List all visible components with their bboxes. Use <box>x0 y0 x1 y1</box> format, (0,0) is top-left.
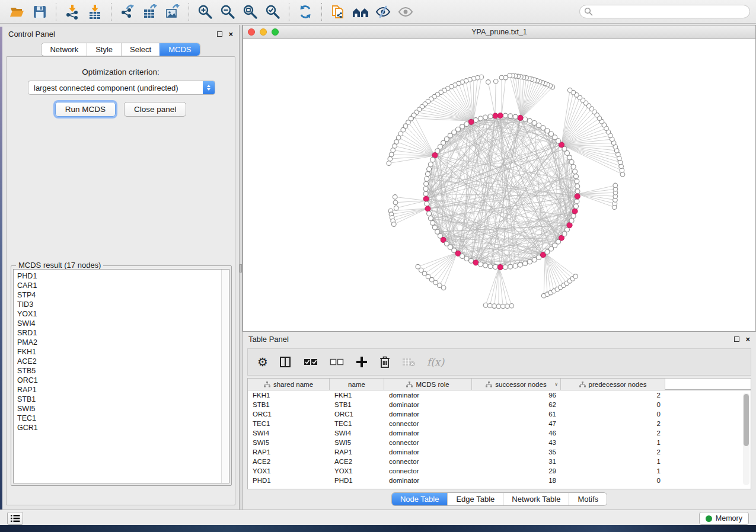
float-panel-icon[interactable] <box>217 31 222 37</box>
tab-mcds[interactable]: MCDS <box>160 43 199 56</box>
open-file-button[interactable] <box>6 2 28 22</box>
tab-node-table[interactable]: Node Table <box>392 493 448 505</box>
column-header-predecessor-nodes[interactable]: predecessor nodes <box>561 379 665 390</box>
table-row[interactable]: STB1STB1dominator620 <box>248 400 751 409</box>
cell: 0 <box>561 401 665 408</box>
refresh-button[interactable] <box>294 2 317 22</box>
shared-column-icon <box>264 382 270 387</box>
table-row[interactable]: ACE2ACE2connector311 <box>248 457 751 466</box>
result-node-item[interactable]: PHD1 <box>17 271 225 281</box>
eye-slash-icon <box>375 5 391 19</box>
table-row[interactable]: TEC1TEC1connector472 <box>248 419 751 428</box>
table-row[interactable]: SWI4SWI4dominator462 <box>248 428 751 438</box>
table-toolbar: ⚙ f(x) <box>247 348 751 376</box>
result-node-item[interactable]: ORC1 <box>17 376 225 385</box>
first-neighbors-button[interactable] <box>349 2 372 22</box>
column-menu-icon[interactable]: ∨ <box>554 382 558 387</box>
table-row[interactable]: ORC1ORC1dominator610 <box>248 409 751 419</box>
task-history-button[interactable] <box>7 512 23 525</box>
result-node-item[interactable]: YOX1 <box>17 309 225 319</box>
close-panel-button[interactable]: Close panel <box>124 102 186 117</box>
memory-button[interactable]: Memory <box>699 512 749 525</box>
result-node-item[interactable]: STB1 <box>17 395 225 404</box>
network-graph[interactable] <box>243 39 755 331</box>
deselect-all-rows-icon[interactable] <box>330 358 344 366</box>
import-network-button[interactable] <box>61 2 84 22</box>
tab-network[interactable]: Network <box>42 43 87 56</box>
zoom-out-button[interactable] <box>216 2 239 22</box>
criterion-dropdown[interactable]: largest connected component (undirected) <box>28 81 215 95</box>
table-row[interactable]: RAP1RAP1dominator352 <box>248 447 751 457</box>
network-canvas[interactable] <box>243 39 755 331</box>
tab-style[interactable]: Style <box>87 43 121 56</box>
result-node-item[interactable]: STP4 <box>17 290 225 300</box>
export-table-button[interactable] <box>139 2 161 22</box>
add-column-icon[interactable] <box>356 356 368 368</box>
result-node-item[interactable]: TEC1 <box>17 414 225 423</box>
column-visibility-icon[interactable] <box>280 357 292 367</box>
search-input[interactable] <box>579 5 750 18</box>
close-panel-icon[interactable]: × <box>745 336 750 342</box>
table-scrollbar-thumb[interactable] <box>744 394 749 446</box>
hide-selected-button[interactable] <box>372 2 394 22</box>
column-header-name[interactable]: name <box>330 379 384 390</box>
show-all-button[interactable] <box>394 2 417 22</box>
table-row[interactable]: PHD1PHD1dominator180 <box>248 476 751 485</box>
table-scrollbar[interactable] <box>743 393 749 485</box>
close-panel-icon[interactable]: × <box>228 31 233 37</box>
select-all-rows-icon[interactable] <box>304 358 318 366</box>
tab-network-table[interactable]: Network Table <box>503 493 569 505</box>
export-network-icon <box>120 4 135 20</box>
optimization-criterion-label: Optimization criterion: <box>7 68 235 76</box>
cell: 18 <box>472 477 561 484</box>
cell: connector <box>384 420 472 427</box>
export-network-button[interactable] <box>116 2 139 22</box>
zoom-selected-button[interactable] <box>261 2 284 22</box>
result-node-item[interactable]: PMA2 <box>17 338 225 347</box>
tab-motifs[interactable]: Motifs <box>569 493 607 505</box>
result-node-item[interactable]: SWI5 <box>17 404 225 414</box>
table-row[interactable]: SWI5SWI5connector431 <box>248 438 751 447</box>
float-panel-icon[interactable] <box>734 336 739 342</box>
result-list-scrollbar[interactable] <box>221 270 229 483</box>
refresh-icon <box>298 4 313 20</box>
tab-select[interactable]: Select <box>121 43 160 56</box>
result-node-item[interactable]: CAR1 <box>17 281 225 290</box>
control-panel-header: Control Panel × <box>2 27 239 41</box>
cell: 1 <box>561 467 665 475</box>
zoom-fit-button[interactable] <box>239 2 261 22</box>
result-node-item[interactable]: FKH1 <box>17 347 225 357</box>
result-node-item[interactable]: TID3 <box>17 300 225 309</box>
cell: PHD1 <box>248 477 330 484</box>
table-options-icon[interactable]: ⚙ <box>257 356 268 368</box>
result-node-item[interactable]: SRD1 <box>17 328 225 338</box>
column-header-MCDS-role[interactable]: MCDS role <box>384 379 472 390</box>
result-node-item[interactable]: SWI4 <box>17 319 225 328</box>
copy-document-button[interactable] <box>327 2 349 22</box>
result-node-item[interactable]: STB5 <box>17 366 225 376</box>
network-window-titlebar[interactable]: YPA_prune.txt_1 <box>243 25 755 39</box>
column-header-successor-nodes[interactable]: successor nodes∨ <box>472 379 561 390</box>
zoom-in-icon <box>197 4 213 20</box>
mcds-result-list[interactable]: PHD1CAR1STP4TID3YOX1SWI4SRD1PMA2FKH1ACE2… <box>13 269 229 483</box>
table-row[interactable]: YOX1YOX1connector291 <box>248 466 751 476</box>
import-table-button[interactable] <box>84 2 106 22</box>
table-row[interactable]: FKH1FKH1dominator962 <box>248 390 751 400</box>
splitter-handle[interactable] <box>240 264 242 273</box>
control-panel-tabs: NetworkStyleSelectMCDS <box>2 43 239 56</box>
zoom-fit-icon <box>243 4 258 20</box>
export-image-button[interactable] <box>161 2 184 22</box>
delete-column-icon[interactable] <box>379 356 390 368</box>
result-node-item[interactable]: GCR1 <box>17 423 225 432</box>
column-header-shared-name[interactable]: shared name <box>248 379 330 390</box>
eye-icon <box>397 5 414 19</box>
tab-edge-table[interactable]: Edge Table <box>447 493 503 505</box>
memory-status-icon <box>706 515 712 522</box>
save-session-button[interactable] <box>28 2 51 22</box>
zoom-in-button[interactable] <box>194 2 216 22</box>
cell: connector <box>384 467 472 475</box>
result-node-item[interactable]: ACE2 <box>17 357 225 366</box>
run-mcds-button[interactable]: Run MCDS <box>55 102 116 117</box>
result-node-item[interactable]: RAP1 <box>17 385 225 395</box>
cell: connector <box>384 458 472 465</box>
